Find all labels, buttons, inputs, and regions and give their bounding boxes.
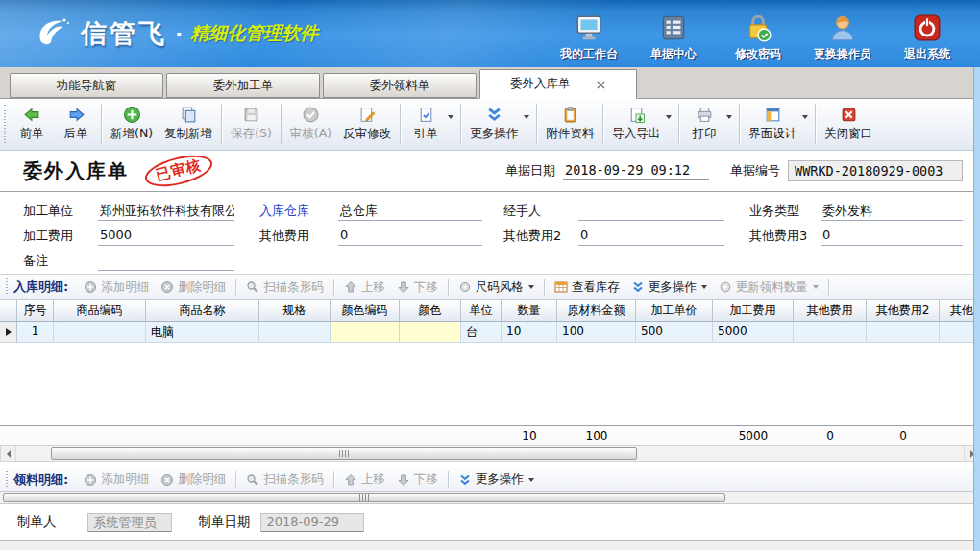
grid-col-process-fee[interactable]: 加工费用 (713, 300, 794, 322)
processing-unit-field[interactable]: 郑州亚拓软件科技有限公司 (98, 203, 234, 221)
other-fee-field[interactable]: 0 (338, 228, 482, 246)
process-fee-field[interactable]: 5000 (98, 228, 234, 246)
cell-material-amount[interactable]: 100 (557, 322, 636, 343)
dropdown-arrow-icon[interactable] (448, 115, 453, 119)
unaudit-edit-button[interactable]: 反审修改 (337, 104, 397, 144)
switch-operator-button[interactable]: 更换操作员 (803, 5, 882, 62)
attachments-button[interactable]: 附件资料 (540, 104, 600, 144)
grid-col-other-fee[interactable]: 其他费用 (794, 300, 867, 322)
cell-color[interactable] (400, 322, 461, 343)
grid-col-process-price[interactable]: 加工单价 (636, 300, 713, 322)
grid-col-color[interactable]: 颜色 (400, 300, 461, 322)
delete-row-button[interactable]: 删除明细 (155, 279, 232, 296)
document-center-button[interactable]: 单据中心 (634, 5, 713, 62)
scrollbar-thumb[interactable] (51, 447, 637, 460)
other-fee3-field[interactable]: 0 (821, 228, 963, 246)
grid-col-unit[interactable]: 单位 (461, 300, 502, 322)
cell-product-name[interactable]: 电脑 (146, 322, 259, 343)
detail-more-actions-button[interactable]: 更多操作 (453, 471, 540, 488)
copy-new-button[interactable]: 复制新增 (159, 104, 218, 144)
import-export-button[interactable]: 导入导出 (606, 104, 666, 144)
dropdown-arrow-icon[interactable] (528, 285, 534, 289)
update-picked-qty-button[interactable]: 更新领料数量 (713, 279, 824, 296)
scan-barcode-button[interactable]: 扫描条形码 (240, 471, 330, 488)
grid-col-other-fee2[interactable]: 其他费用2 (867, 300, 940, 322)
cell-other-fee[interactable] (794, 322, 867, 343)
ref-doc-button[interactable]: 引单 (404, 104, 448, 144)
toolbar-grip[interactable] (6, 471, 8, 489)
cell-color-code[interactable] (331, 322, 400, 343)
tab-outsource-process[interactable]: 委外加工单 (166, 73, 320, 98)
row-selector-cell[interactable] (0, 322, 17, 343)
cell-spec[interactable] (259, 322, 331, 343)
scan-barcode-button[interactable]: 扫描条形码 (240, 279, 330, 296)
cell-product-code[interactable] (54, 322, 146, 343)
dropdown-arrow-icon[interactable] (666, 115, 672, 119)
size-style-button[interactable]: 尺码风格 (453, 279, 540, 296)
ui-design-button[interactable]: 界面设计 (743, 104, 802, 144)
grid-col-seq[interactable]: 序号 (17, 300, 54, 322)
audit-button[interactable]: 审核(A) (284, 104, 337, 144)
main-toolbar: 前单 后单 新增(N) 复制新增 保存(S) 审核(A) 反审修改 (0, 99, 980, 151)
inbound-warehouse-label[interactable]: 入库仓库 (259, 203, 338, 220)
print-button[interactable]: 打印 (682, 104, 726, 144)
cell-process-fee[interactable]: 5000 (713, 322, 794, 343)
tab-function-nav[interactable]: 功能导航窗 (10, 73, 163, 98)
arrow-right-blue-icon (67, 106, 86, 124)
move-up-button[interactable]: 上移 (338, 279, 391, 296)
grid-col-qty[interactable]: 数量 (502, 300, 557, 322)
workbench-button[interactable]: 我的工作台 (550, 5, 628, 62)
add-row-button[interactable]: 添加明细 (78, 279, 155, 296)
grid-col-product-code[interactable]: 商品编码 (54, 300, 146, 322)
dropdown-arrow-icon[interactable] (802, 115, 808, 119)
toolbar-grip[interactable] (4, 105, 6, 143)
tab-outsource-material[interactable]: 委外领料单 (323, 73, 477, 98)
cell-qty[interactable]: 10 (502, 322, 557, 343)
toolbar-grip[interactable] (6, 278, 8, 296)
grid-horizontal-scrollbar[interactable] (0, 445, 980, 462)
new-button[interactable]: 新增(N) (105, 104, 159, 144)
cell-other-fee2[interactable] (867, 322, 940, 343)
grid-col-color-code[interactable]: 颜色编码 (331, 300, 400, 322)
scrollbar-thumb[interactable] (3, 493, 725, 502)
dropdown-arrow-icon[interactable] (813, 285, 819, 289)
table-row[interactable]: 1 电脑 台 10 100 500 5000 (0, 322, 980, 343)
move-down-button[interactable]: 下移 (391, 471, 444, 488)
move-down-button[interactable]: 下移 (391, 279, 444, 296)
prev-doc-button[interactable]: 前单 (10, 104, 54, 144)
detail-more-actions-button[interactable]: 更多操作 (625, 279, 713, 296)
tab-outsource-inbound[interactable]: 委外入库单 × (479, 69, 637, 99)
inbound-warehouse-field[interactable]: 总仓库 (338, 203, 482, 221)
material-grid-horizontal-scrollbar[interactable] (0, 491, 980, 504)
dropdown-arrow-icon[interactable] (524, 115, 529, 119)
move-up-button[interactable]: 上移 (338, 471, 391, 488)
doc-date-field[interactable]: 2018-09-29 09:12 (563, 162, 709, 180)
exit-system-button[interactable]: 退出系统 (888, 5, 967, 62)
scroll-left-icon (7, 450, 11, 458)
close-window-button[interactable]: 关闭窗口 (819, 104, 878, 144)
more-actions-button[interactable]: 更多操作 (464, 104, 524, 144)
business-type-field[interactable]: 委外发料 (821, 203, 963, 221)
grid-col-material-amount[interactable]: 原材料金额 (557, 300, 636, 322)
dropdown-arrow-icon[interactable] (528, 478, 534, 482)
add-row-button[interactable]: 添加明细 (78, 471, 155, 488)
maker-label: 制单人 (17, 514, 57, 531)
cell-seq[interactable]: 1 (17, 322, 54, 343)
cell-process-price[interactable]: 500 (636, 322, 713, 343)
handler-field[interactable] (578, 203, 724, 221)
grid-col-product-name[interactable]: 商品名称 (146, 300, 259, 322)
scroll-left-button[interactable] (1, 446, 16, 461)
dropdown-arrow-icon[interactable] (726, 115, 732, 119)
tab-close-icon[interactable]: × (595, 78, 606, 91)
other-fee2-field[interactable]: 0 (578, 228, 724, 246)
change-password-button[interactable]: 修改密码 (719, 5, 797, 62)
delete-circle-icon (160, 473, 174, 487)
delete-row-button[interactable]: 删除明细 (155, 471, 232, 488)
next-doc-button[interactable]: 后单 (54, 104, 98, 144)
grid-col-spec[interactable]: 规格 (259, 300, 331, 322)
view-stock-button[interactable]: 查看库存 (549, 279, 625, 296)
save-button[interactable]: 保存(S) (225, 104, 278, 144)
cell-unit[interactable]: 台 (461, 322, 502, 343)
remark-field[interactable] (98, 252, 234, 271)
dropdown-arrow-icon[interactable] (701, 285, 707, 289)
